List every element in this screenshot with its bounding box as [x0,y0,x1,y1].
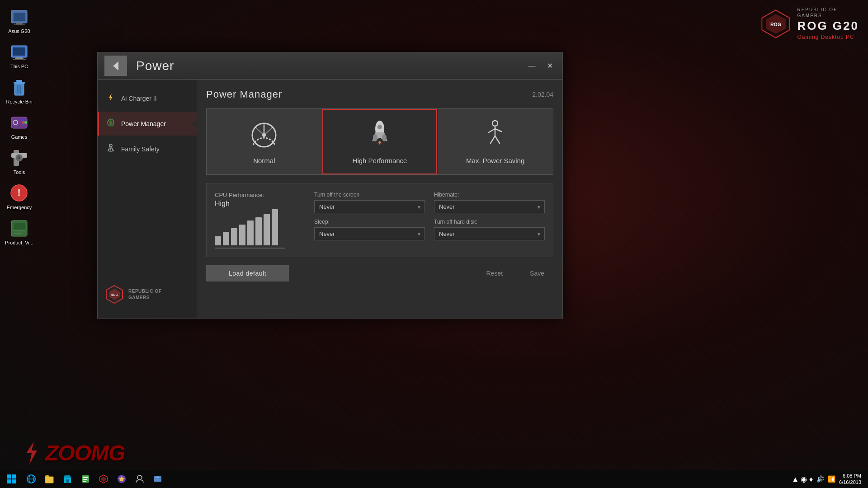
back-button[interactable] [104,56,127,76]
svg-marker-33 [113,61,118,70]
rog-brand: ROG G20 [797,19,859,34]
save-button[interactable]: Save [521,265,553,282]
ai-charger-label: Ai Charger II [121,95,157,102]
rog-taskbar-icon [99,474,108,484]
svg-point-84 [158,477,159,478]
load-default-button[interactable]: Load default [206,265,289,282]
turn-off-screen-select[interactable]: Never 1 minute 5 minutes 10 minutes 15 m… [314,200,425,213]
desktop-icon-this-pc[interactable]: This PC [2,40,36,71]
product-vi-icon [9,218,29,239]
republic-label: REPUBLIC OF [797,7,859,13]
window-title: Power [136,59,174,73]
svg-rect-12 [14,82,25,84]
family-safety-icon [106,143,116,155]
setting-turn-off-screen: Turn off the screen Never 1 minute 5 min… [314,192,425,213]
svg-rect-4 [14,13,25,21]
pm-header: Power Manager 2.02.04 [206,89,553,100]
taskbar-time-value: 6:08 PM [839,473,861,479]
taskbar-apps [23,471,166,487]
power-mode-max-saving[interactable]: Max. Power Saving [438,109,553,174]
reset-button[interactable]: Reset [477,265,512,282]
svg-marker-76 [101,477,106,482]
taskbar-rog[interactable] [95,471,112,487]
sidebar-footer: ROG REPUBLIC OF GAMERS [98,277,197,311]
setting-turn-off-hard-disk: Turn off hard disk: Never 1 minute 5 min… [434,219,545,240]
chart-bar [247,221,254,245]
pm-version: 2.02.04 [532,91,553,98]
svg-rect-80 [154,476,161,482]
power-modes: Normal [206,108,553,175]
this-pc-label: This PC [10,64,28,69]
desktop-icon-emergency[interactable]: ! Emergency [2,181,36,212]
svg-point-21 [24,121,27,124]
cpu-performance-chart [215,212,285,249]
store-icon [62,474,72,484]
svg-rect-29 [14,223,25,230]
close-button[interactable]: ✕ [542,60,558,72]
power-manager-icon [106,118,116,129]
tools-icon [9,148,29,168]
taskbar-ie[interactable] [23,471,40,487]
desktop-icon-games[interactable]: Games [2,110,36,142]
power-mode-high-performance[interactable]: High Performance [322,109,438,174]
title-bar: Power — ✕ [98,52,562,80]
svg-rect-6 [14,24,25,25]
chart-bar [231,228,237,245]
app4-icon [80,474,90,484]
svg-rect-61 [7,474,11,479]
product-vi-label: Product_Vi... [5,240,33,245]
svg-rect-64 [12,479,16,483]
chart-bar [255,217,262,245]
chart-bar [239,225,245,245]
cpu-performance-section: CPU Performance: High [215,192,305,249]
sidebar-item-power-manager[interactable]: Power Manager [98,112,197,136]
taskbar-store[interactable] [59,471,76,487]
svg-marker-34 [109,94,113,101]
svg-rect-62 [12,474,16,479]
taskbar-explorer[interactable] [41,471,58,487]
svg-point-51 [373,134,377,141]
desktop-icon-product-vi[interactable]: Product_Vi... [2,216,36,248]
start-button[interactable] [2,471,20,487]
sidebar-item-family-safety[interactable]: Family Safety [98,137,197,161]
cpu-perf-label: CPU Performance: [215,192,305,198]
svg-text:ROG: ROG [770,22,781,27]
main-content: Power Manager 2.02.04 [197,80,562,318]
svg-point-19 [22,121,24,124]
svg-rect-63 [7,479,11,483]
svg-marker-32 [26,441,37,465]
sleep-select[interactable]: Never 1 minute 5 minutes 10 minutes 15 m… [314,227,425,240]
zoomg-lightning-icon [18,441,45,465]
setting-hibernate: Hibernate: Never 1 minute 5 minutes 10 m… [434,192,545,213]
sidebar-item-ai-charger[interactable]: Ai Charger II [98,86,197,110]
hibernate-select[interactable]: Never 1 minute 5 minutes 10 minutes 15 m… [434,200,545,213]
rog-sidebar-logo: ROG [104,284,125,305]
svg-rect-8 [13,47,25,56]
taskbar-app8[interactable] [149,471,166,487]
desktop-icon-asus-g20[interactable]: Asus G20 [2,5,36,36]
svg-rect-70 [66,479,69,483]
asus-g20-icon [9,7,29,27]
svg-rect-73 [83,479,87,480]
svg-point-25 [18,156,20,159]
svg-rect-72 [83,477,88,478]
chart-bar [264,214,270,245]
sidebar: Ai Charger II Power Manager Family Safet… [98,80,197,318]
sleep-wrapper: Never 1 minute 5 minutes 10 minutes 15 m… [314,227,425,240]
desktop-icon-recycle-bin[interactable]: Recycle Bin [2,75,36,107]
taskbar-app4[interactable] [77,471,94,487]
app8-icon [153,474,163,484]
taskbar-app6[interactable] [113,471,130,487]
system-icons: ▲ ◉ ♦ [792,475,813,483]
turn-off-hard-disk-select[interactable]: Never 1 minute 5 minutes 10 minutes 15 m… [434,227,545,240]
family-safety-label: Family Safety [121,145,160,153]
minimize-button[interactable]: — [524,60,540,72]
desktop-icon-tools[interactable]: Tools [2,145,36,177]
volume-icon: 🔊 [816,475,824,483]
rog-sidebar-text: REPUBLIC OF GAMERS [128,288,161,301]
svg-marker-54 [377,141,382,145]
taskbar-app7[interactable] [131,471,148,487]
svg-rect-37 [110,149,111,150]
power-mode-normal[interactable]: Normal [207,109,322,174]
svg-rect-13 [16,80,22,82]
